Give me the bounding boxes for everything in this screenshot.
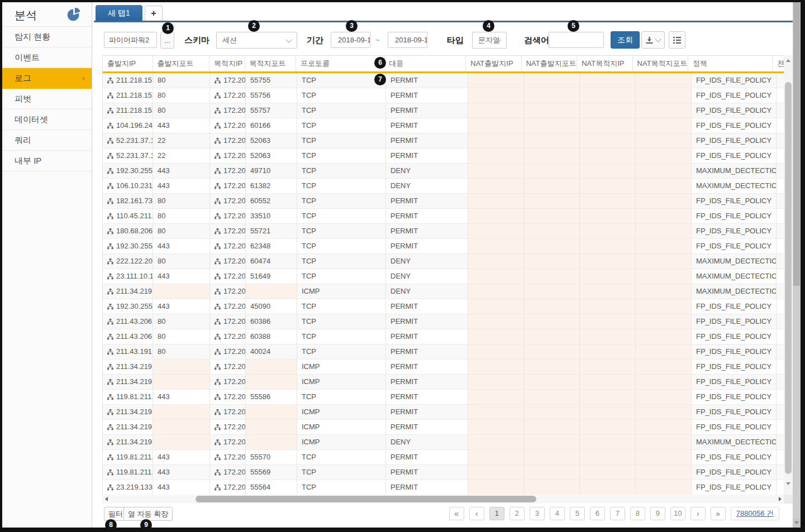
page-button-9[interactable]: 9 [650,507,665,520]
table-row[interactable]: 211.218.153 80 172.20.8 55755 TCP PERMIT… [103,73,784,88]
table-row[interactable]: 52.231.37.1 22 172.20.1 52063 TCP PERMIT… [103,148,784,164]
cell-policy: FP_IDS_FILE_POLICY [692,194,777,208]
table-row[interactable]: 211.34.219. 172.20.8 ICMP PERMIT FP_IDS_… [103,420,784,435]
page-button-1[interactable]: 1 [489,507,504,520]
column-header-10[interactable]: 정책 [688,56,773,71]
table-row[interactable]: 182.161.73. 80 172.20.8 60552 TCP PERMIT… [103,194,784,209]
sidebar-item[interactable]: 데이터셋 [2,109,92,130]
table-row[interactable]: 119.81.211. 443 172.20.8 55570 TCP PERMI… [103,450,784,465]
table-row[interactable]: 211.34.219. 172.20.8 ICMP DENY MAXIMUM_D… [103,435,784,450]
last-page-button[interactable]: » [711,507,726,520]
add-tab-button[interactable]: + [145,6,163,21]
table-row[interactable]: 192.30.255. 443 172.20.8 49710 TCP DENY … [103,164,784,179]
table-vertical-scrollbar[interactable] [784,55,793,495]
search-button[interactable]: 조회 [611,31,640,49]
window-scroll-thumb[interactable] [793,2,800,286]
table-row[interactable]: 119.81.211. 443 172.20.8 55569 TCP PERMI… [103,465,784,480]
page-button-5[interactable]: 5 [570,507,585,520]
page-button-2[interactable]: 2 [509,507,525,520]
download-button[interactable] [641,31,665,49]
keyword-input[interactable] [549,32,604,48]
scroll-left-button[interactable] [102,495,110,504]
table-row[interactable]: 52.231.37.1 22 172.20.1 52063 TCP PERMIT… [103,133,784,148]
table-row[interactable]: 211.43.191. 80 172.20.8 40024 TCP PERMIT… [103,344,784,360]
table-row[interactable]: 23.219.133. 443 172.20.8 55564 TCP PERMI… [103,480,784,495]
sidebar-item[interactable]: 쿼리 [2,130,92,151]
column-header-9[interactable]: NAT목적지포트 [633,56,688,71]
table-row[interactable]: 106.10.231. 443 172.20.8 61382 TCP DENY … [103,179,784,194]
type-select[interactable]: 문자열 [472,32,507,49]
column-header-1[interactable]: 출발지포트 [153,56,209,71]
more-button[interactable]: ... [160,32,174,49]
table-row[interactable]: 211.34.219. 172.20.8 ICMP PERMIT FP_IDS_… [103,405,784,420]
vertical-scroll-thumb[interactable] [785,82,792,474]
network-node-icon [107,364,113,370]
auto-expand-columns-button[interactable]: 열 자동 확장 [123,507,173,521]
cell-policy: MAXIMUM_DECTECTION_ [692,179,777,193]
sidebar-item[interactable]: 피벗 [2,89,92,109]
sidebar-item[interactable]: 내부 IP [2,151,92,171]
table-row[interactable]: 110.45.211. 80 172.20.8 33510 TCP PERMIT… [103,209,784,224]
column-header-2[interactable]: 목적지IP [209,56,245,71]
total-count-link[interactable]: 7880056 건 [731,507,779,520]
cell-nat-src-ip [468,73,524,88]
page-button-3[interactable]: 3 [530,507,545,520]
sidebar-item[interactable]: 이벤트 [2,47,92,68]
table-row[interactable]: 211.34.219. 172.20.0 ICMP PERMIT FP_IDS_… [103,360,784,375]
table-row[interactable]: 23.111.10.1 443 172.20.8 51649 TCP DENY … [103,269,784,284]
cell-nat-src-ip [468,390,524,404]
column-header-7[interactable]: NAT출발지포트 [522,56,577,71]
column-header-8[interactable]: NAT목적지IP [577,56,632,71]
cell-src-port [153,405,210,419]
table-row[interactable]: 211.218.153 80 172.20.8 55757 TCP PERMIT… [103,103,784,118]
cell-nat-src-port [524,164,580,178]
table-row[interactable]: 222.122.208 80 172.20.0 60474 TCP DENY M… [103,254,784,269]
table-row[interactable]: 192.30.255. 443 172.20.8 62348 TCP PERMI… [103,239,784,254]
cell-nat-src-ip [468,435,524,449]
scroll-right-button[interactable] [776,495,784,504]
next-page-button[interactable]: › [690,507,706,520]
cell-src-ip: 192.30.255. [103,164,153,178]
window-scrollbar[interactable] [793,2,801,528]
column-header-0[interactable]: 출발지IP [103,56,153,71]
column-header-3[interactable]: 목적지포트 [245,56,296,71]
source-name-input[interactable] [104,32,157,48]
scroll-up-button[interactable] [784,56,793,64]
page-button-6[interactable]: 6 [590,507,605,520]
date-to-input[interactable] [388,32,427,48]
column-header-4[interactable]: 프로토콜 [296,56,384,71]
table-row[interactable]: 180.68.206. 80 172.20.8 55721 TCP PERMIT… [103,224,784,239]
sidebar-item[interactable]: 탐지 현황 [2,27,92,47]
horizontal-scroll-thumb[interactable] [196,496,536,502]
table-row[interactable]: 119.81.211. 443 172.20.8 55586 TCP PERMI… [103,390,784,405]
scroll-down-button[interactable] [784,480,793,487]
table-row[interactable]: 211.218.153 80 172.20.8 55756 TCP PERMIT… [103,88,784,103]
cell-extra [777,224,784,238]
column-header-6[interactable]: NAT출발지IP [466,56,521,71]
triangle-down-icon [786,482,790,485]
tab-new-tab-1[interactable]: 새 탭1 [96,5,142,21]
app-title: 분석 [15,8,37,23]
table-row[interactable]: 104.196.244 443 172.20.8 60166 TCP PERMI… [103,118,784,133]
column-header-5[interactable]: 대응 [384,56,466,71]
table-row[interactable]: 211.34.219. 172.20.0 ICMP DENY MAXIMUM_D… [103,284,784,299]
cell-dst-ip: 172.20.8 [210,179,246,193]
window-scroll-down-button[interactable] [793,519,801,526]
prev-page-button[interactable]: ‹ [469,507,484,520]
column-list-button[interactable] [669,31,685,49]
table-row[interactable]: 211.43.206. 80 172.20.8 60388 TCP PERMIT… [103,329,784,344]
table-row[interactable]: 192.30.255. 443 172.20.8 45090 TCP PERMI… [103,299,784,314]
column-header-11[interactable]: 전 [773,56,784,71]
page-button-7[interactable]: 7 [610,507,625,520]
sidebar-item[interactable]: 로그 › [2,68,92,89]
page-button-8[interactable]: 8 [630,507,645,520]
schema-select[interactable]: 세션 [216,32,297,49]
table-horizontal-scrollbar[interactable] [102,495,784,504]
table-row[interactable]: 211.34.219. 172.20.0 ICMP PERMIT FP_IDS_… [103,375,784,390]
date-from-input[interactable] [331,32,370,48]
first-page-button[interactable]: « [449,507,464,520]
page-button-4[interactable]: 4 [550,507,565,520]
cell-policy: FP_IDS_FILE_POLICY [692,299,777,314]
table-row[interactable]: 211.43.206. 80 172.20.8 60386 TCP PERMIT… [103,314,784,329]
page-button-10[interactable]: 10 [670,507,685,520]
